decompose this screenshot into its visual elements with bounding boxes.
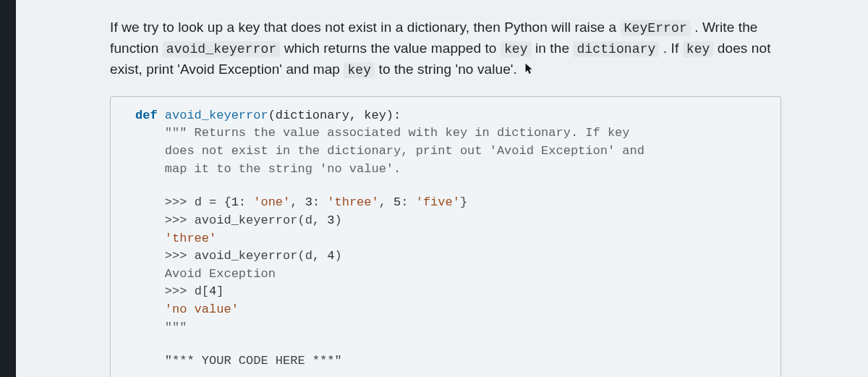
text-segment: in the	[532, 41, 574, 56]
code-number: 5	[393, 195, 401, 209]
code-text: )	[334, 213, 341, 227]
text-segment: to the string 'no value'.	[375, 62, 517, 77]
code-text: :	[312, 195, 327, 209]
code-text: ]	[216, 284, 224, 298]
code-string: 'one'	[253, 195, 290, 209]
document-page: If we try to look up a key that does not…	[16, 0, 868, 377]
code-text: :	[239, 195, 253, 209]
code-number: 3	[305, 195, 312, 209]
code-text: avoid_keyerror(d,	[195, 249, 328, 263]
code-string: 'three'	[327, 195, 378, 209]
code-number: 3	[327, 213, 334, 227]
code-repl-prompt: >>>	[165, 249, 195, 263]
code-text: avoid_keyerror(d,	[195, 213, 328, 227]
code-number: 4	[209, 284, 216, 298]
code-docstring-open: """	[165, 126, 187, 140]
code-text: )	[334, 249, 341, 263]
inline-code-funcname: avoid_keyerror	[163, 41, 281, 57]
code-text: :	[401, 195, 415, 209]
code-text: }	[460, 195, 467, 209]
code-repl-prompt: >>>	[165, 284, 195, 298]
code-docstring-line: Returns the value associated with key in…	[187, 126, 629, 140]
code-placeholder: "*** YOUR CODE HERE ***"	[165, 354, 342, 368]
code-text: ,	[290, 195, 305, 209]
code-keyword-def: def	[135, 109, 158, 122]
code-text: ,	[379, 195, 393, 209]
code-func-name: avoid_keyerror	[165, 109, 268, 122]
code-repl-prompt: >>>	[165, 195, 195, 209]
code-string: 'five'	[416, 195, 460, 209]
problem-statement: If we try to look up a key that does not…	[110, 17, 781, 80]
code-block: def avoid_keyerror(dictionary, key): """…	[110, 96, 781, 377]
code-output-string: 'no value'	[165, 302, 239, 316]
code-number: 1	[231, 195, 239, 209]
code-text: d[	[195, 284, 209, 298]
code-docstring-close: """	[165, 321, 187, 334]
text-segment: If we try to look up a key that does not…	[110, 20, 621, 35]
code-text: d = {	[195, 195, 231, 209]
code-docstring-line: does not exist in the dictionary, print …	[165, 144, 644, 158]
code-output-string: 'three'	[165, 232, 216, 245]
code-repl-prompt: >>>	[165, 213, 195, 227]
code-output-text: Avoid Exception	[165, 267, 276, 281]
text-segment: . If	[659, 41, 682, 56]
inline-code-key: key	[501, 41, 532, 57]
inline-code-key: key	[683, 41, 714, 57]
inline-code-dictionary: dictionary	[573, 41, 659, 57]
code-signature-tail: (dictionary, key):	[268, 109, 401, 122]
code-number: 4	[327, 249, 334, 263]
left-dark-strip	[0, 0, 16, 377]
code-docstring-line: map it to the string 'no value'.	[165, 162, 401, 176]
mouse-cursor-icon	[525, 63, 532, 75]
text-segment: which returns the value mapped to	[280, 41, 501, 56]
inline-code-keyerror: KeyError	[621, 20, 691, 36]
inline-code-key: key	[344, 62, 375, 78]
